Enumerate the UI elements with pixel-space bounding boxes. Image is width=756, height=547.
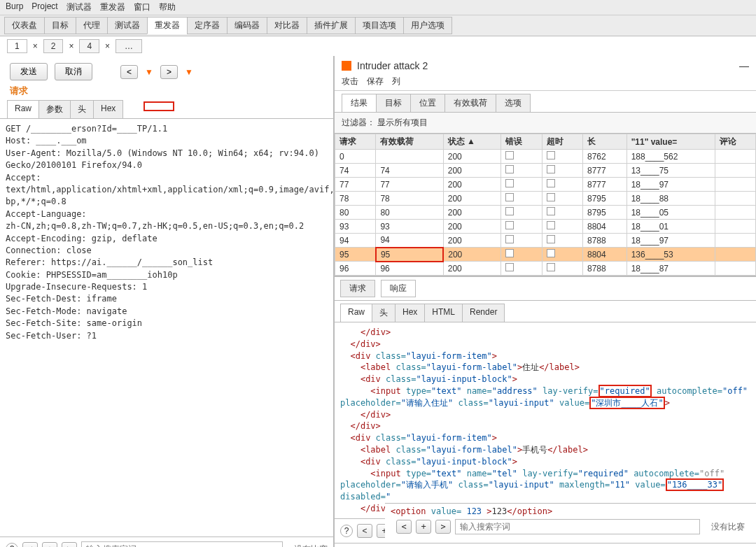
tab-headers[interactable]: 头 (70, 100, 94, 118)
bottom-snippet: <option value= 123 >123</option> < + > 没… (385, 503, 756, 541)
tool-tabs: 仪表盘目标代理测试器重发器定序器编码器对比器插件扩展项目选项用户选项 (0, 15, 756, 36)
search-input[interactable] (81, 541, 283, 547)
request-raw[interactable]: GET /________erson?Id=____TP/1.1 Host: _… (0, 119, 333, 537)
resp-tab-hex[interactable]: Hex (395, 304, 425, 322)
repeater-subtabs: 1× 2× 4× … (0, 36, 756, 56)
help-icon[interactable]: ? (340, 525, 353, 537)
resp-tab-raw[interactable]: Raw (340, 304, 372, 322)
intruder-window: Intruder attack 2 — 攻击 保存 列 结果 目标 位置 有效载… (335, 56, 756, 547)
resp-tab-headers[interactable]: 头 (372, 304, 396, 322)
repeater-pane: 发送 取消 < ▼ > ▼ 请求 Raw 参数 头 Hex GET /_____… (0, 56, 335, 547)
table-row[interactable]: 95952008804136____53 (335, 248, 756, 262)
request-label: 请求 (0, 85, 333, 100)
col-1[interactable]: 有效载荷 (376, 134, 443, 150)
tool-tab-2[interactable]: 代理 (76, 17, 108, 34)
filter-label: 过滤器： (342, 118, 375, 127)
tool-tab-7[interactable]: 对比器 (267, 17, 307, 34)
table-row[interactable]: 7474200877713____75 (335, 164, 756, 178)
tool-tab-1[interactable]: 目标 (44, 17, 76, 34)
search-input[interactable] (455, 519, 700, 534)
tab-hex[interactable]: Hex (93, 100, 123, 118)
tool-tab-10[interactable]: 用户选项 (403, 17, 452, 34)
table-row[interactable]: 7777200877718____97 (335, 178, 756, 192)
table-row[interactable]: 9393200880418____01 (335, 220, 756, 234)
tab-payloads[interactable]: 有效载荷 (444, 94, 496, 112)
col-7[interactable]: 评论 (715, 134, 755, 150)
tool-tab-9[interactable]: 项目选项 (355, 17, 404, 34)
tool-tab-5[interactable]: 定序器 (187, 17, 227, 34)
col-4[interactable]: 超时 (542, 134, 582, 150)
burp-icon (342, 61, 351, 71)
table-row[interactable]: 7878200879518____88 (335, 192, 756, 206)
help-icon[interactable]: ? (6, 543, 18, 547)
table-row[interactable]: 9494200878818____97 (335, 234, 756, 248)
tab-target[interactable]: 目标 (376, 94, 411, 112)
filter-value[interactable]: 显示所有项目 (377, 118, 428, 127)
menu-burp[interactable]: Burp (6, 1, 23, 13)
tab-results[interactable]: 结果 (342, 94, 377, 112)
search-plus-button[interactable]: + (416, 520, 431, 534)
search-prev-button[interactable]: < (22, 542, 38, 547)
tool-tab-0[interactable]: 仪表盘 (4, 17, 45, 34)
highlight-box (144, 101, 174, 111)
response-raw[interactable]: </div> </div> <div class="layui-form-ite… (335, 322, 756, 518)
tool-tab-6[interactable]: 编码器 (227, 17, 267, 34)
detail-tab-request[interactable]: 请求 (340, 280, 375, 297)
table-row[interactable]: 8080200879518____05 (335, 206, 756, 220)
send-button[interactable]: 发送 (10, 63, 48, 80)
menu-attack[interactable]: 攻击 (342, 76, 358, 87)
col-6[interactable]: "11" value= (626, 134, 715, 150)
subtab-overflow[interactable]: … (115, 39, 142, 53)
menu-tester[interactable]: 测试器 (66, 1, 92, 13)
col-5[interactable]: 长 (582, 134, 626, 150)
tab-options[interactable]: 选项 (496, 94, 531, 112)
subtab-4[interactable]: 4 (79, 39, 99, 53)
no-match-label: 没有比赛 (704, 521, 745, 533)
search-plus-button[interactable]: + (42, 542, 57, 547)
search-prev-button[interactable]: < (396, 520, 412, 534)
app-menubar: Burp Project 测试器 重发器 窗口 帮助 (0, 0, 756, 15)
col-0[interactable]: 请求 (335, 134, 376, 150)
menu-save[interactable]: 保存 (367, 76, 384, 87)
col-3[interactable]: 错误 (501, 134, 542, 150)
tab-raw[interactable]: Raw (7, 100, 39, 118)
tab-params[interactable]: 参数 (38, 100, 71, 118)
minimize-button[interactable]: — (739, 60, 749, 71)
detail-tab-response[interactable]: 响应 (381, 280, 416, 297)
nav-fwd-button[interactable]: > (160, 65, 178, 79)
resp-tab-html[interactable]: HTML (424, 304, 463, 322)
no-match-label: 没有比赛 (287, 544, 328, 548)
window-title: Intruder attack 2 (357, 60, 428, 71)
menu-window[interactable]: 窗口 (134, 1, 150, 13)
menu-project[interactable]: Project (31, 1, 57, 13)
search-next-button[interactable]: > (62, 542, 77, 547)
nav-back-button[interactable]: < (120, 65, 138, 79)
tool-tab-4[interactable]: 重发器 (147, 17, 188, 34)
menu-columns[interactable]: 列 (392, 76, 400, 87)
menu-help[interactable]: 帮助 (159, 1, 176, 13)
col-2[interactable]: 状态 ▲ (443, 134, 500, 150)
table-row[interactable]: 9696200878818____87 (335, 262, 756, 276)
subtab-1[interactable]: 1 (7, 39, 27, 53)
table-row[interactable]: 02008762188____562 (335, 150, 756, 164)
menu-repeater[interactable]: 重发器 (100, 1, 125, 13)
tool-tab-8[interactable]: 插件扩展 (307, 17, 356, 34)
search-prev-button[interactable]: < (357, 524, 372, 538)
results-grid[interactable]: 请求有效载荷状态 ▲错误超时长"11" value=评论02008762188_… (335, 134, 756, 277)
subtab-2[interactable]: 2 (43, 39, 64, 53)
search-next-button[interactable]: > (435, 520, 451, 534)
tab-positions[interactable]: 位置 (410, 94, 445, 112)
resp-tab-render[interactable]: Render (462, 304, 505, 322)
cancel-button[interactable]: 取消 (55, 63, 92, 80)
tool-tab-3[interactable]: 测试器 (107, 17, 148, 34)
